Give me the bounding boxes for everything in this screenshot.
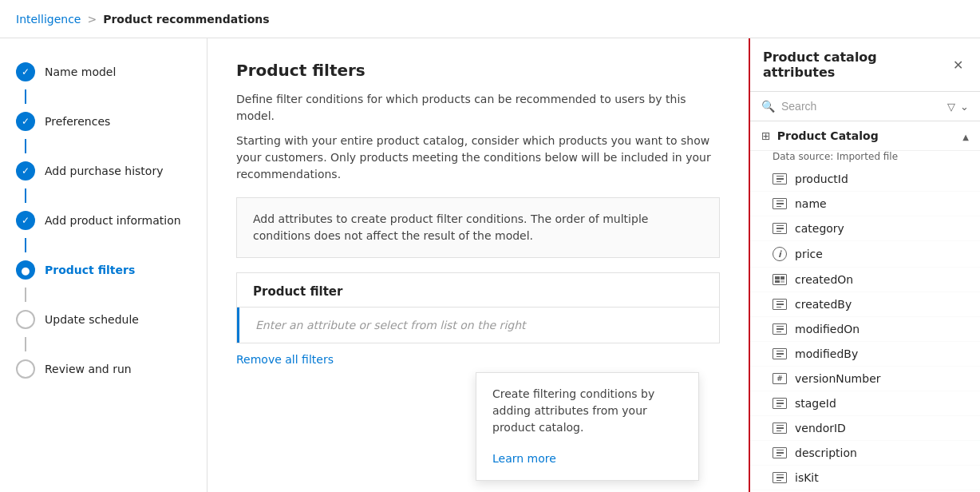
step-connector-2 xyxy=(25,139,26,153)
breadcrumb-current: Product recommendations xyxy=(103,13,269,26)
tooltip-box: Create filtering conditions by adding at… xyxy=(476,372,699,481)
step-circle-product-filters: ● xyxy=(16,260,35,280)
sidebar: Name model Preferences Add purchase hist… xyxy=(0,38,207,492)
catalog-item[interactable]: #versionNumber xyxy=(750,367,980,391)
learn-more-link[interactable]: Learn more xyxy=(492,450,556,467)
breadcrumb: Intelligence > Product recommendations xyxy=(16,13,270,26)
catalog-group-header[interactable]: ⊞ Product Catalog xyxy=(750,121,980,151)
catalog-item[interactable]: createdBy xyxy=(750,292,980,317)
close-button[interactable]: ✕ xyxy=(949,55,967,74)
catalog-item[interactable]: modifiedOn xyxy=(750,317,980,342)
sidebar-item-add-purchase-history[interactable]: Add purchase history xyxy=(0,153,207,188)
catalog-item-name: isKit xyxy=(795,471,819,484)
text-attr-icon xyxy=(773,299,787,310)
sidebar-label-update-schedule: Update schedule xyxy=(45,313,139,326)
x-icon: ✕ xyxy=(953,58,963,73)
checkmark-icon-2 xyxy=(22,116,30,127)
step-connector-4 xyxy=(25,238,26,252)
search-icon: 🔍 xyxy=(761,100,775,113)
breadcrumb-parent[interactable]: Intelligence xyxy=(16,13,81,26)
catalog-item-name: name xyxy=(795,197,827,210)
right-panel: Product catalog attributes ✕ 🔍 ▽ ⌄ ⊞ Pro… xyxy=(749,38,980,492)
sidebar-item-name-model[interactable]: Name model xyxy=(0,54,207,89)
sidebar-label-review-run: Review and run xyxy=(45,363,132,375)
step-circle-preferences xyxy=(16,112,35,131)
sidebar-label-purchase: Add purchase history xyxy=(45,165,163,177)
step-circle-purchase xyxy=(16,161,35,181)
filter-sort-icons[interactable]: ▽ ⌄ xyxy=(947,101,969,113)
search-row: 🔍 ▽ ⌄ xyxy=(750,92,980,121)
breadcrumb-sep: > xyxy=(87,13,97,26)
table-icon: ⊞ xyxy=(761,129,771,142)
search-input[interactable] xyxy=(781,100,941,113)
sidebar-label-product-filters: Product filters xyxy=(45,264,135,276)
catalog-item[interactable]: iprice xyxy=(750,241,980,268)
catalog-item[interactable]: name xyxy=(750,192,980,216)
catalog-item-name: description xyxy=(795,446,857,459)
num-attr-icon: # xyxy=(773,373,787,384)
tooltip-text: Create filtering conditions by adding at… xyxy=(492,386,682,436)
text-attr-icon xyxy=(773,323,787,335)
catalog-item-name: productId xyxy=(795,173,848,185)
remove-all-filters-link[interactable]: Remove all filters xyxy=(236,353,334,366)
catalog-item-name: modifiedBy xyxy=(795,347,858,360)
info-box-text: Add attributes to create product filter … xyxy=(253,212,648,242)
sidebar-label-product-info: Add product information xyxy=(45,214,181,227)
catalog-item-name: modifiedOn xyxy=(795,323,859,335)
filter-input-row[interactable]: Enter an attribute or select from list o… xyxy=(237,308,719,343)
catalog-item[interactable]: createdOn xyxy=(750,268,980,292)
sidebar-label-name-model: Name model xyxy=(45,65,116,78)
text-attr-icon xyxy=(773,398,787,409)
step-connector-6 xyxy=(25,337,26,351)
sort-icon: ⌄ xyxy=(960,101,969,113)
description-2: Starting with your entire product catalo… xyxy=(236,133,720,183)
step-circle-name-model xyxy=(16,62,35,81)
grid-attr-icon xyxy=(773,274,787,285)
checkmark-icon xyxy=(22,66,30,77)
catalog-item-name: stageId xyxy=(795,397,836,410)
text-attr-icon xyxy=(773,198,787,209)
catalog-item[interactable]: productId xyxy=(750,167,980,192)
catalog-item[interactable]: description xyxy=(750,441,980,466)
sidebar-item-preferences[interactable]: Preferences xyxy=(0,104,207,139)
step-circle-review-run xyxy=(16,359,35,379)
catalog-item-name: createdOn xyxy=(795,273,853,286)
catalog-item[interactable]: vendorID xyxy=(750,416,980,441)
text-attr-icon xyxy=(773,472,787,483)
sidebar-item-add-product-info[interactable]: Add product information xyxy=(0,203,207,238)
info-attr-icon: i xyxy=(773,247,787,261)
sidebar-item-product-filters[interactable]: ● Product filters xyxy=(0,252,207,288)
text-attr-icon xyxy=(773,348,787,359)
text-attr-icon xyxy=(773,173,787,184)
main-content: Product filters Define filter conditions… xyxy=(207,38,749,492)
text-attr-icon xyxy=(773,423,787,434)
description-1: Define filter conditions for which produ… xyxy=(236,91,720,125)
catalog-item-name: vendorID xyxy=(795,422,846,434)
checkmark-icon-3 xyxy=(22,165,30,177)
catalog-source: Data source: Imported file xyxy=(750,151,980,167)
step-circle-update-schedule xyxy=(16,310,35,329)
step-connector-5 xyxy=(25,288,26,302)
page-title: Product filters xyxy=(236,61,720,80)
catalog-item[interactable]: stageId xyxy=(750,391,980,416)
filter-input-placeholder: Enter an attribute or select from list o… xyxy=(255,319,526,331)
sidebar-item-update-schedule[interactable]: Update schedule xyxy=(0,302,207,337)
right-panel-header: Product catalog attributes ✕ xyxy=(750,38,980,92)
catalog-item[interactable]: category xyxy=(750,216,980,241)
catalog-list: ⊞ Product Catalog Data source: Imported … xyxy=(750,121,980,492)
catalog-item-name: price xyxy=(795,248,823,260)
attr-list: productId name categoryiprice createdOn xyxy=(750,167,980,492)
filter-block: Product filter Enter an attribute or sel… xyxy=(236,272,720,343)
sidebar-item-review-run[interactable]: Review and run xyxy=(0,351,207,387)
catalog-item[interactable]: isKit xyxy=(750,466,980,490)
sidebar-label-preferences: Preferences xyxy=(45,115,110,128)
catalog-item-name: versionNumber xyxy=(795,372,881,385)
catalog-item[interactable]: modifiedBy xyxy=(750,342,980,367)
text-attr-icon xyxy=(773,447,787,458)
filter-block-title: Product filter xyxy=(237,273,719,308)
checkmark-icon-4 xyxy=(22,215,30,226)
info-box: Add attributes to create product filter … xyxy=(236,197,720,258)
step-circle-product-info xyxy=(16,211,35,230)
top-bar: Intelligence > Product recommendations xyxy=(0,0,980,38)
filter-icon: ▽ xyxy=(947,101,955,113)
